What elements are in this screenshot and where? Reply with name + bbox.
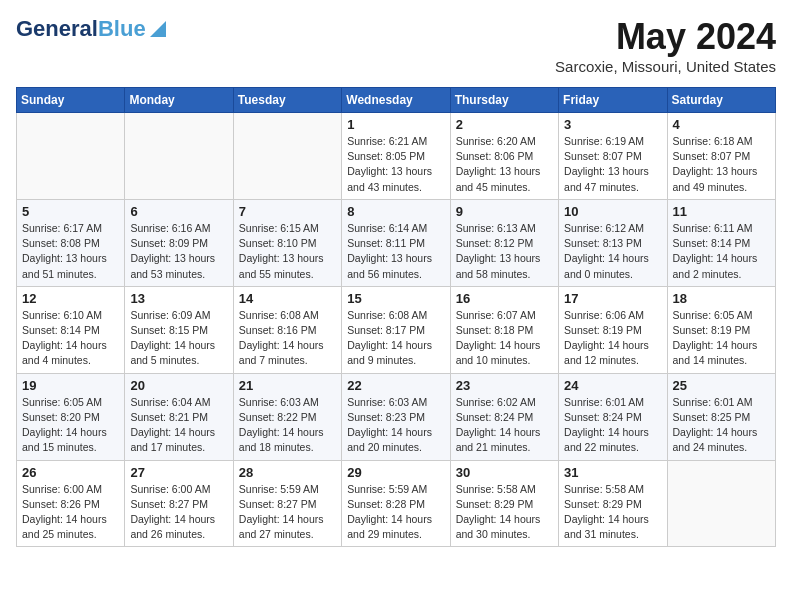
day-number: 25 <box>673 378 770 393</box>
page-header: General Blue May 2024 Sarcoxie, Missouri… <box>16 16 776 75</box>
day-number: 18 <box>673 291 770 306</box>
day-number: 11 <box>673 204 770 219</box>
day-number: 7 <box>239 204 336 219</box>
day-info: Sunrise: 6:02 AM Sunset: 8:24 PM Dayligh… <box>456 395 553 456</box>
weekday-header-tuesday: Tuesday <box>233 88 341 113</box>
day-number: 16 <box>456 291 553 306</box>
title-block: May 2024 Sarcoxie, Missouri, United Stat… <box>555 16 776 75</box>
calendar-cell: 8Sunrise: 6:14 AM Sunset: 8:11 PM Daylig… <box>342 199 450 286</box>
calendar-cell: 11Sunrise: 6:11 AM Sunset: 8:14 PM Dayli… <box>667 199 775 286</box>
logo: General Blue <box>16 16 168 42</box>
day-info: Sunrise: 6:04 AM Sunset: 8:21 PM Dayligh… <box>130 395 227 456</box>
calendar-week-2: 5Sunrise: 6:17 AM Sunset: 8:08 PM Daylig… <box>17 199 776 286</box>
day-number: 15 <box>347 291 444 306</box>
calendar-cell: 19Sunrise: 6:05 AM Sunset: 8:20 PM Dayli… <box>17 373 125 460</box>
calendar-cell: 13Sunrise: 6:09 AM Sunset: 8:15 PM Dayli… <box>125 286 233 373</box>
calendar-cell: 22Sunrise: 6:03 AM Sunset: 8:23 PM Dayli… <box>342 373 450 460</box>
calendar-cell: 17Sunrise: 6:06 AM Sunset: 8:19 PM Dayli… <box>559 286 667 373</box>
day-info: Sunrise: 6:00 AM Sunset: 8:27 PM Dayligh… <box>130 482 227 543</box>
calendar-cell: 1Sunrise: 6:21 AM Sunset: 8:05 PM Daylig… <box>342 113 450 200</box>
calendar-cell: 27Sunrise: 6:00 AM Sunset: 8:27 PM Dayli… <box>125 460 233 547</box>
day-number: 9 <box>456 204 553 219</box>
calendar-cell: 4Sunrise: 6:18 AM Sunset: 8:07 PM Daylig… <box>667 113 775 200</box>
day-info: Sunrise: 6:19 AM Sunset: 8:07 PM Dayligh… <box>564 134 661 195</box>
weekday-header-row: SundayMondayTuesdayWednesdayThursdayFrid… <box>17 88 776 113</box>
day-number: 13 <box>130 291 227 306</box>
calendar-cell: 2Sunrise: 6:20 AM Sunset: 8:06 PM Daylig… <box>450 113 558 200</box>
day-info: Sunrise: 5:59 AM Sunset: 8:28 PM Dayligh… <box>347 482 444 543</box>
calendar-cell <box>17 113 125 200</box>
day-info: Sunrise: 6:11 AM Sunset: 8:14 PM Dayligh… <box>673 221 770 282</box>
calendar-cell: 5Sunrise: 6:17 AM Sunset: 8:08 PM Daylig… <box>17 199 125 286</box>
weekday-header-friday: Friday <box>559 88 667 113</box>
calendar-cell: 14Sunrise: 6:08 AM Sunset: 8:16 PM Dayli… <box>233 286 341 373</box>
day-info: Sunrise: 5:59 AM Sunset: 8:27 PM Dayligh… <box>239 482 336 543</box>
calendar-cell: 26Sunrise: 6:00 AM Sunset: 8:26 PM Dayli… <box>17 460 125 547</box>
calendar-cell: 9Sunrise: 6:13 AM Sunset: 8:12 PM Daylig… <box>450 199 558 286</box>
calendar-cell <box>667 460 775 547</box>
calendar-cell: 3Sunrise: 6:19 AM Sunset: 8:07 PM Daylig… <box>559 113 667 200</box>
calendar-cell: 16Sunrise: 6:07 AM Sunset: 8:18 PM Dayli… <box>450 286 558 373</box>
calendar-cell: 25Sunrise: 6:01 AM Sunset: 8:25 PM Dayli… <box>667 373 775 460</box>
calendar-cell: 29Sunrise: 5:59 AM Sunset: 8:28 PM Dayli… <box>342 460 450 547</box>
day-number: 12 <box>22 291 119 306</box>
day-info: Sunrise: 6:08 AM Sunset: 8:16 PM Dayligh… <box>239 308 336 369</box>
calendar-cell: 15Sunrise: 6:08 AM Sunset: 8:17 PM Dayli… <box>342 286 450 373</box>
calendar-cell: 23Sunrise: 6:02 AM Sunset: 8:24 PM Dayli… <box>450 373 558 460</box>
svg-marker-0 <box>150 21 166 37</box>
calendar-cell <box>125 113 233 200</box>
day-info: Sunrise: 6:05 AM Sunset: 8:19 PM Dayligh… <box>673 308 770 369</box>
weekday-header-sunday: Sunday <box>17 88 125 113</box>
day-number: 10 <box>564 204 661 219</box>
day-number: 8 <box>347 204 444 219</box>
calendar-week-4: 19Sunrise: 6:05 AM Sunset: 8:20 PM Dayli… <box>17 373 776 460</box>
day-number: 31 <box>564 465 661 480</box>
calendar-cell: 31Sunrise: 5:58 AM Sunset: 8:29 PM Dayli… <box>559 460 667 547</box>
calendar-cell: 21Sunrise: 6:03 AM Sunset: 8:22 PM Dayli… <box>233 373 341 460</box>
day-info: Sunrise: 6:16 AM Sunset: 8:09 PM Dayligh… <box>130 221 227 282</box>
day-number: 28 <box>239 465 336 480</box>
day-number: 27 <box>130 465 227 480</box>
day-info: Sunrise: 6:21 AM Sunset: 8:05 PM Dayligh… <box>347 134 444 195</box>
weekday-header-saturday: Saturday <box>667 88 775 113</box>
weekday-header-monday: Monday <box>125 88 233 113</box>
day-number: 14 <box>239 291 336 306</box>
calendar-cell: 7Sunrise: 6:15 AM Sunset: 8:10 PM Daylig… <box>233 199 341 286</box>
day-number: 2 <box>456 117 553 132</box>
day-info: Sunrise: 6:10 AM Sunset: 8:14 PM Dayligh… <box>22 308 119 369</box>
day-number: 22 <box>347 378 444 393</box>
day-info: Sunrise: 6:03 AM Sunset: 8:22 PM Dayligh… <box>239 395 336 456</box>
day-number: 29 <box>347 465 444 480</box>
calendar-week-1: 1Sunrise: 6:21 AM Sunset: 8:05 PM Daylig… <box>17 113 776 200</box>
logo-arrow-icon <box>148 19 168 39</box>
calendar-cell: 20Sunrise: 6:04 AM Sunset: 8:21 PM Dayli… <box>125 373 233 460</box>
day-number: 21 <box>239 378 336 393</box>
day-number: 23 <box>456 378 553 393</box>
day-info: Sunrise: 6:05 AM Sunset: 8:20 PM Dayligh… <box>22 395 119 456</box>
day-info: Sunrise: 6:01 AM Sunset: 8:24 PM Dayligh… <box>564 395 661 456</box>
calendar-table: SundayMondayTuesdayWednesdayThursdayFrid… <box>16 87 776 547</box>
day-number: 5 <box>22 204 119 219</box>
calendar-cell <box>233 113 341 200</box>
day-info: Sunrise: 6:17 AM Sunset: 8:08 PM Dayligh… <box>22 221 119 282</box>
calendar-cell: 18Sunrise: 6:05 AM Sunset: 8:19 PM Dayli… <box>667 286 775 373</box>
calendar-week-5: 26Sunrise: 6:00 AM Sunset: 8:26 PM Dayli… <box>17 460 776 547</box>
day-number: 1 <box>347 117 444 132</box>
day-info: Sunrise: 6:20 AM Sunset: 8:06 PM Dayligh… <box>456 134 553 195</box>
day-info: Sunrise: 6:18 AM Sunset: 8:07 PM Dayligh… <box>673 134 770 195</box>
day-info: Sunrise: 6:03 AM Sunset: 8:23 PM Dayligh… <box>347 395 444 456</box>
calendar-subtitle: Sarcoxie, Missouri, United States <box>555 58 776 75</box>
calendar-cell: 6Sunrise: 6:16 AM Sunset: 8:09 PM Daylig… <box>125 199 233 286</box>
calendar-cell: 12Sunrise: 6:10 AM Sunset: 8:14 PM Dayli… <box>17 286 125 373</box>
calendar-cell: 28Sunrise: 5:59 AM Sunset: 8:27 PM Dayli… <box>233 460 341 547</box>
day-number: 20 <box>130 378 227 393</box>
day-number: 17 <box>564 291 661 306</box>
calendar-title: May 2024 <box>555 16 776 58</box>
day-number: 19 <box>22 378 119 393</box>
calendar-week-3: 12Sunrise: 6:10 AM Sunset: 8:14 PM Dayli… <box>17 286 776 373</box>
day-info: Sunrise: 6:09 AM Sunset: 8:15 PM Dayligh… <box>130 308 227 369</box>
day-info: Sunrise: 6:14 AM Sunset: 8:11 PM Dayligh… <box>347 221 444 282</box>
day-number: 4 <box>673 117 770 132</box>
day-number: 24 <box>564 378 661 393</box>
calendar-cell: 24Sunrise: 6:01 AM Sunset: 8:24 PM Dayli… <box>559 373 667 460</box>
